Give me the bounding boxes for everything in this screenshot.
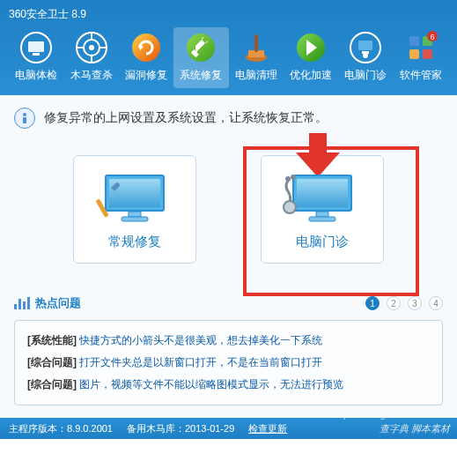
hot-text: 快捷方式的小箭头不是很美观，想去掉美化一下系统	[79, 334, 322, 346]
toolbar-label: 电脑门诊	[344, 68, 387, 83]
hot-item[interactable]: [综合问题] 打开文件夹总是以新窗口打开，不是在当前窗口打开	[27, 352, 430, 374]
brush-icon	[240, 31, 273, 64]
svg-point-43	[291, 175, 296, 180]
page-2[interactable]: 2	[387, 296, 401, 310]
toolbar-label: 电脑清理	[235, 68, 277, 83]
svg-rect-30	[23, 117, 26, 123]
card-label: 常规修复	[108, 234, 161, 250]
svg-rect-2	[33, 53, 40, 56]
page-1[interactable]: 1	[365, 296, 380, 310]
hot-category: [综合问题]	[27, 356, 77, 368]
svg-rect-26	[423, 49, 432, 59]
toolbar-vulnerability[interactable]: 漏洞修复	[119, 27, 173, 88]
speedup-icon	[294, 31, 328, 64]
svg-rect-35	[122, 217, 148, 221]
toolbar-label: 漏洞修复	[125, 68, 167, 83]
hot-text: 图片，视频等文件不能以缩略图模式显示，无法进行预览	[79, 378, 343, 390]
refresh-icon	[129, 31, 163, 64]
svg-rect-20	[358, 41, 372, 50]
toolbar-health-check[interactable]: 电脑体检	[9, 27, 63, 88]
monitor-icon	[19, 31, 53, 64]
check-update-link[interactable]: 检查更新	[248, 422, 287, 435]
status-bar: 主程序版本：8.9.0.2001 备用木马库：2013-01-29 检查更新 j…	[0, 418, 457, 439]
shield-icon	[75, 31, 108, 64]
toolbar-software[interactable]: 6 软件管家	[394, 27, 448, 88]
toolbar-cleanup[interactable]: 电脑清理	[229, 27, 284, 88]
toolbar-label: 电脑体检	[15, 68, 57, 83]
toolbar-label: 系统修复	[180, 68, 222, 83]
regular-repair-icon	[95, 172, 174, 225]
svg-point-41	[284, 201, 296, 213]
hot-list: [系统性能] 快捷方式的小箭头不是很美观，想去掉美化一下系统 [综合问题] 打开…	[14, 320, 443, 405]
svg-point-10	[132, 33, 160, 62]
info-text: 修复异常的上网设置及系统设置，让系统恢复正常。	[44, 110, 328, 126]
clinic-card-icon	[283, 172, 362, 225]
toolbar-clinic[interactable]: 电脑门诊	[338, 27, 393, 88]
info-bar: 修复异常的上网设置及系统设置，让系统恢复正常。	[14, 108, 443, 129]
svg-text:6: 6	[430, 33, 434, 41]
svg-rect-39	[316, 212, 328, 217]
hot-text: 打开文件夹总是以新窗口打开，不是在当前窗口打开	[79, 356, 322, 368]
hot-item[interactable]: [综合问题] 图片，视频等文件不能以缩略图模式显示，无法进行预览	[27, 374, 430, 396]
app-title: 360安全卫士 8.9	[9, 5, 448, 27]
apps-icon: 6	[404, 31, 438, 64]
info-icon	[14, 108, 35, 129]
svg-point-5	[89, 45, 94, 50]
clinic-icon	[349, 31, 382, 64]
svg-rect-34	[129, 212, 141, 217]
db-info: 备用木马库：2013-01-29	[127, 422, 234, 435]
svg-marker-31	[296, 133, 340, 177]
toolbar-trojan[interactable]: 木马查杀	[63, 27, 118, 88]
svg-point-42	[285, 176, 291, 182]
svg-rect-40	[309, 217, 335, 221]
regular-repair-card[interactable]: 常规修复	[73, 155, 196, 264]
cards-area: 常规修复 电脑门诊	[14, 138, 443, 290]
svg-point-29	[23, 113, 26, 116]
hot-title-text: 热点问题	[35, 295, 81, 311]
card-label: 电脑门诊	[296, 234, 349, 250]
main-toolbar: 电脑体检 木马查杀 漏洞修复 系统修复 电脑清理	[9, 27, 448, 95]
toolbar-system-repair[interactable]: 系统修复	[173, 27, 228, 88]
svg-rect-16	[254, 34, 258, 52]
hot-item[interactable]: [系统性能] 快捷方式的小箭头不是很美观，想去掉美化一下系统	[27, 330, 430, 352]
version-info: 主程序版本：8.9.0.2001	[9, 422, 113, 435]
hot-category: [系统性能]	[27, 334, 77, 346]
svg-rect-25	[409, 49, 419, 59]
svg-rect-23	[409, 36, 419, 46]
toolbar-label: 木马查杀	[70, 68, 113, 83]
hot-title: 热点问题	[14, 295, 81, 311]
svg-rect-1	[28, 41, 44, 52]
wrench-icon	[184, 31, 217, 64]
pager: 1 2 3 4	[365, 296, 443, 310]
page-3[interactable]: 3	[408, 296, 422, 310]
hot-category: [综合问题]	[27, 378, 77, 390]
toolbar-speedup[interactable]: 优化加速	[284, 27, 338, 88]
svg-point-22	[363, 53, 368, 58]
bars-icon	[14, 297, 30, 309]
watermark-brand: 查字典 脚本素材	[380, 422, 450, 435]
page-4[interactable]: 4	[429, 296, 443, 310]
clinic-card[interactable]: 电脑门诊	[261, 155, 384, 264]
svg-rect-38	[297, 179, 348, 207]
toolbar-label: 软件管家	[400, 68, 442, 83]
toolbar-label: 优化加速	[290, 68, 332, 83]
